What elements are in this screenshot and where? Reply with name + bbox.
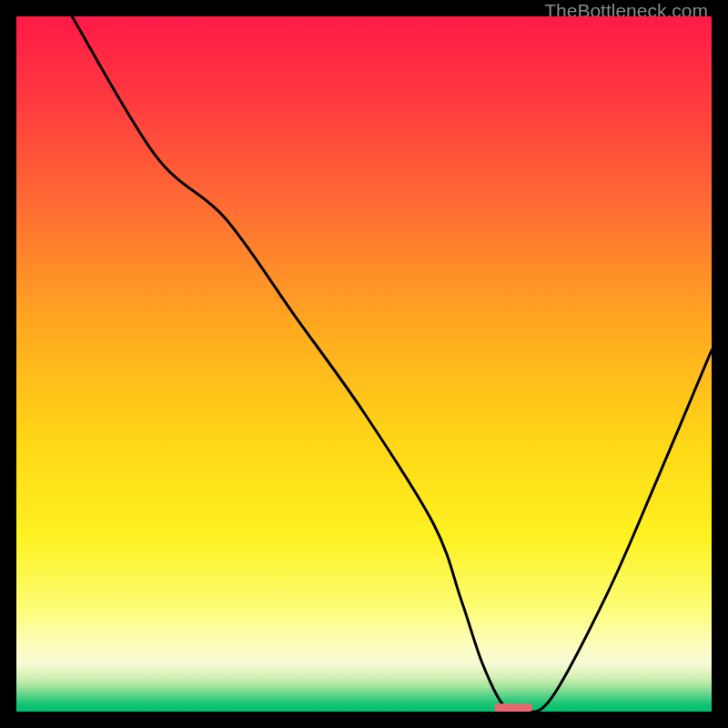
bottleneck-curve-chart [16, 16, 712, 712]
chart-background-gradient [16, 16, 712, 712]
chart-frame [16, 16, 712, 712]
optimal-range-marker [494, 703, 532, 712]
